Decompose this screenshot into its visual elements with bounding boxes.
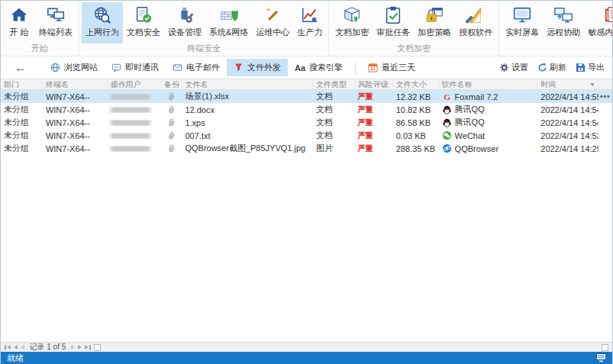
action-label: 导出 [588,62,605,73]
redacted-operator [111,120,150,126]
column-header[interactable]: 时间 [537,79,598,89]
cell-backup[interactable] [162,92,182,101]
tab-label: 最近三天 [382,62,415,73]
prev-record-button[interactable] [21,345,24,350]
cell-backup[interactable] [162,144,182,153]
table-row[interactable]: 未分组WIN7-X64--007.txt文档严重0.03 KBWeChat202… [1,129,612,142]
ribbon-group-label: 工具 [499,43,613,56]
monitor-status-icon[interactable] [596,353,606,362]
cell-backup[interactable] [162,105,182,114]
column-header[interactable]: 操作用户 [108,79,163,89]
first-record-button[interactable] [5,345,11,350]
cell-backup[interactable] [162,118,182,127]
refresh-action-button[interactable]: 刷新 [537,62,566,73]
ribbon-btn-device-mgmt[interactable]: 设备管理 [164,2,205,43]
column-header[interactable]: 文件类型 [313,79,355,89]
cell-time: 2022/4/14 14:54:53 [537,105,598,114]
tab-globe[interactable]: 浏览网站 [44,59,105,76]
column-header[interactable]: 文件大小 [393,79,439,89]
filter-dropdown-icon[interactable] [590,83,595,86]
tab-aa[interactable]: Aa搜索引擎 [288,59,350,76]
tab-label: 文件外发 [247,62,281,73]
last-record-button[interactable] [85,345,91,350]
ribbon-btn-home[interactable]: 开 始 [3,2,35,43]
table-row[interactable]: 未分组WIN7-X64--QQBrowser截图_P85JYVQ1.jpg图片严… [1,142,612,155]
redacted-operator [111,146,150,152]
qq-icon [442,118,452,127]
ribbon-btn-authorized-software[interactable]: 授权软件 [455,2,496,43]
cell-backup[interactable] [162,131,182,140]
cell-filetype: 文档 [313,117,355,128]
ribbon-group: 文档加密审批任务加密策略授权软件文档加密 [329,1,499,56]
table-row[interactable]: 未分组WIN7-X64--1.xps文档严重86.58 KB腾讯QQ2022/4… [1,116,612,129]
table-row[interactable]: 未分组WIN7-X64--场景(1).xlsx文档严重12.32 KBGFoxm… [1,90,612,103]
ribbon-btn-web-behavior[interactable]: 上网行为 [82,2,123,43]
prev-page-button[interactable] [14,345,18,350]
ribbon-btn-label: 开 始 [9,27,28,37]
export-action-button[interactable]: 导出 [576,62,605,73]
ribbon-btn-system-network[interactable]: 系统&网络 [205,2,252,43]
cell-row-actions[interactable]: ••• [598,92,612,101]
svg-text:21: 21 [370,66,376,71]
gear-action-button[interactable]: 设置 [499,62,528,73]
cell-filetype: 文档 [313,130,355,141]
column-header[interactable]: 软件名称 [439,79,538,89]
remote-assist-icon [553,5,573,25]
cell-risk: 严重 [355,105,393,115]
cell-software: GFoxmail 7.2 [439,92,538,101]
ribbon-group: 实时屏幕远程协助敏感内容扫描库&模板报表中心更多...工具 [499,1,613,56]
cell-dept: 未分组 [1,117,43,128]
cell-filename: 场景(1).xlsx [182,91,313,102]
cell-terminal: WIN7-X64-- [43,92,108,101]
back-arrow-icon[interactable]: ← [15,62,27,74]
ribbon-btn-encrypt-policy[interactable]: 加密策略 [414,2,455,43]
cell-filesize: 0.03 KB [393,131,439,140]
ribbon-group-label: 终端安全 [79,43,328,56]
ribbon-btn-sensitive-scan[interactable]: 敏感内容扫描 [584,2,613,43]
cell-filesize: 12.32 KB [393,92,439,101]
terminal-list-icon [46,5,66,25]
next-page-button[interactable] [78,345,82,350]
ribbon-btn-doc-encrypt[interactable]: 文档加密 [331,2,373,43]
cell-terminal: WIN7-X64-- [43,118,108,127]
ribbon-btn-productivity[interactable]: 生产力 [293,2,326,43]
column-header[interactable]: 风险评级 [355,79,393,89]
column-header[interactable]: 部门 [1,79,43,89]
cell-time: 2022/4/14 14:54:44 [537,118,598,127]
software-name: Foxmail 7.2 [455,92,498,101]
next-record-button[interactable] [71,345,75,350]
ribbon-btn-doc-security[interactable]: 文档安全 [123,2,164,43]
wechat-icon [442,130,452,140]
refresh-icon [537,63,547,72]
cell-risk: 严重 [355,118,393,128]
cell-filesize: 288.35 KB [393,144,439,153]
ribbon-btn-remote-assist[interactable]: 远程协助 [543,2,584,43]
cell-software: 腾讯QQ [439,104,538,115]
ribbon-btn-label: 设备管理 [168,27,202,37]
cell-software: WeChat [439,130,538,140]
ribbon-btn-terminal-list[interactable]: 终端列表 [35,2,76,43]
table-row[interactable]: 未分组WIN7-X64--12.docx文档严重10.82 KB腾讯QQ2022… [1,103,612,116]
ribbon-btn-approval-tasks[interactable]: 审批任务 [373,2,414,43]
realtime-screen-icon [512,5,532,25]
column-header[interactable]: 文件名 [182,79,313,89]
ribbon-btn-label: 文档安全 [127,27,160,37]
redacted-operator [111,94,150,100]
navigator-edit-button[interactable] [94,344,101,351]
ribbon-btn-realtime-screen[interactable]: 实时屏幕 [502,2,543,43]
tab-label: 浏览网站 [64,62,98,73]
tab-file-outgoing[interactable]: 文件外发 [227,59,288,76]
column-header[interactable]: 终端名 [43,79,108,89]
tab-chat[interactable]: 即时通讯 [105,59,166,76]
tab-mail[interactable]: 电子邮件 [166,59,227,76]
tab-calendar[interactable]: 21最近三天 [361,59,422,76]
ribbon-btn-label: 远程协助 [547,27,580,37]
system-network-icon [219,5,239,25]
cell-operator [108,94,163,100]
ribbon-btn-ops-center[interactable]: 运维中心 [252,2,293,43]
software-name: 腾讯QQ [455,104,485,115]
tab-label: 电子邮件 [186,62,220,73]
grid-header: 部门终端名操作用户备份文件名文件类型风险评级文件大小软件名称时间 [1,79,612,90]
pagination-bar: 记录 1 of 5 [1,342,612,352]
column-header[interactable]: 备份 [162,79,182,89]
